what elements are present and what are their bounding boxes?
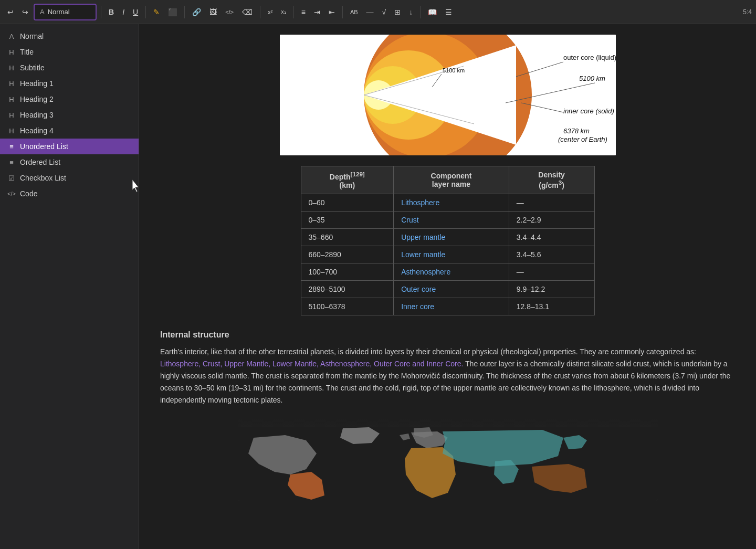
style-dropdown[interactable]: A Normal — [34, 4, 97, 20]
table-cell-depth: 100–700 — [301, 263, 394, 280]
toolbar-separator-6 — [342, 6, 343, 18]
redo-button[interactable]: ↪ — [19, 6, 32, 18]
style-label-heading3: Heading 3 — [20, 111, 54, 119]
table-cell-density: 3.4–4.4 — [509, 228, 594, 246]
style-label-heading1: Heading 1 — [20, 79, 54, 88]
style-label-normal: Normal — [20, 32, 44, 40]
style-item-normal[interactable]: A Normal — [0, 28, 139, 44]
table-cell-density: 12.8–13.1 — [509, 298, 594, 315]
dash-button[interactable]: — — [363, 6, 377, 18]
checkbox-list-icon: ☑ — [7, 174, 16, 182]
table-cell-layer: Outer core — [394, 280, 509, 298]
table-cell-layer: Inner core — [394, 298, 509, 315]
table-cell-layer: Asthenosphere — [394, 263, 509, 280]
style-item-heading3[interactable]: H Heading 3 — [0, 107, 139, 123]
link-button[interactable]: 🔗 — [189, 6, 204, 18]
style-label-code: Code — [20, 189, 37, 198]
style-item-unordered-list[interactable]: ≡ Unordered List — [0, 139, 139, 154]
table-cell-depth: 35–660 — [301, 228, 394, 246]
ordered-list-icon: ≡ — [7, 159, 16, 166]
svg-text:inner core (solid): inner core (solid) — [563, 107, 614, 115]
style-label-title: Title — [20, 48, 34, 56]
heading3-icon: H — [7, 111, 16, 119]
section-heading: Internal structure — [160, 330, 735, 340]
world-map — [238, 417, 658, 501]
heading1-icon: H — [7, 80, 16, 88]
table-row: 100–700Asthenosphere— — [301, 263, 594, 280]
table-row: 35–660Upper mantle3.4–4.4 — [301, 228, 594, 246]
style-dropdown-icon: A — [40, 8, 45, 16]
table-cell-density: — — [509, 263, 594, 280]
underline-button[interactable]: U — [130, 6, 141, 18]
table-cell-depth: 660–2890 — [301, 246, 394, 263]
download-button[interactable]: ↓ — [406, 6, 416, 18]
toolbar-separator-3 — [184, 6, 185, 18]
section-link[interactable]: Lithosphere, Crust, Upper Mantle, Lower … — [160, 360, 463, 368]
heading2-icon: H — [7, 96, 16, 103]
table-header-depth: Depth[129](km) — [301, 166, 394, 194]
image-button[interactable]: 🖼 — [206, 6, 220, 18]
italic-button[interactable]: I — [119, 6, 128, 18]
toolbar: ↩ ↪ A Normal B I U ✎ ⬛ 🔗 🖼 </> ⌫ x² x₁ ≡… — [0, 0, 756, 24]
section-para-text1: Earth's interior, like that of the other… — [160, 347, 696, 356]
table-cell-density: 2.2–2.9 — [509, 211, 594, 228]
heading4-icon: H — [7, 127, 16, 135]
style-item-checkbox-list[interactable]: ☑ Checkbox List — [0, 170, 139, 186]
table-cell-layer: Upper mantle — [394, 228, 509, 246]
book-button[interactable]: 📖 — [425, 6, 440, 18]
indent-button[interactable]: ⇥ — [311, 6, 323, 18]
earth-diagram: 5100 km outer core (liquid) inner core (… — [280, 35, 616, 155]
style-label-ordered-list: Ordered List — [20, 158, 60, 166]
svg-text:5100 km: 5100 km — [579, 75, 605, 82]
outdent-button[interactable]: ⇤ — [326, 6, 338, 18]
highlight-button[interactable]: ⬛ — [165, 6, 180, 18]
toolbar-separator-2 — [145, 6, 146, 18]
code-icon: </> — [7, 191, 16, 197]
subscript-button[interactable]: x₁ — [278, 6, 289, 17]
table-row: 0–35Crust2.2–2.9 — [301, 211, 594, 228]
style-item-code[interactable]: </> Code — [0, 186, 139, 202]
style-item-ordered-list[interactable]: ≡ Ordered List — [0, 154, 139, 170]
code-inline-button[interactable]: </> — [222, 7, 237, 17]
svg-text:5100 km: 5100 km — [443, 67, 465, 73]
style-item-heading2[interactable]: H Heading 2 — [0, 91, 139, 107]
undo-button[interactable]: ↩ — [4, 6, 17, 18]
table-row: 660–2890Lower mantle3.4–5.6 — [301, 246, 594, 263]
content-area[interactable]: 5100 km outer core (liquid) inner core (… — [139, 24, 756, 549]
data-table: Depth[129](km) Componentlayer name Densi… — [301, 166, 595, 315]
align-button[interactable]: ≡ — [298, 6, 309, 18]
table-cell-depth: 2890–5100 — [301, 280, 394, 298]
style-panel: A Normal H Title H Subtitle H Heading 1 … — [0, 24, 139, 549]
style-item-subtitle[interactable]: H Subtitle — [0, 60, 139, 76]
style-item-heading1[interactable]: H Heading 1 — [0, 76, 139, 91]
style-item-heading4[interactable]: H Heading 4 — [0, 123, 139, 139]
style-item-title[interactable]: H Title — [0, 44, 139, 60]
style-dropdown-label: Normal — [48, 8, 70, 16]
toolbar-separator-5 — [293, 6, 294, 18]
toolbar-separator-4 — [260, 6, 260, 18]
sqrt-button[interactable]: √ — [379, 6, 390, 18]
table-header-layer: Componentlayer name — [394, 166, 509, 194]
style-label-checkbox-list: Checkbox List — [20, 174, 66, 182]
table-button[interactable]: ⊞ — [391, 6, 404, 18]
normal-icon: A — [7, 33, 16, 40]
table-row: 5100–6378Inner core12.8–13.1 — [301, 298, 594, 315]
pen-color-button[interactable]: ✎ — [150, 6, 163, 18]
table-cell-layer: Lithosphere — [394, 194, 509, 211]
table-cell-density: — — [509, 194, 594, 211]
section-paragraph: Earth's interior, like that of the other… — [160, 346, 735, 406]
eraser-button[interactable]: ⌫ — [239, 6, 256, 18]
unordered-list-icon: ≡ — [7, 143, 16, 151]
svg-text:6378 km: 6378 km — [563, 127, 590, 135]
superscript-button[interactable]: x² — [265, 7, 276, 17]
toolbar-separator-7 — [420, 6, 421, 18]
table-cell-depth: 0–60 — [301, 194, 394, 211]
menu-button[interactable]: ☰ — [442, 6, 455, 18]
style-label-heading2: Heading 2 — [20, 95, 54, 103]
title-icon: H — [7, 48, 16, 56]
zoom-label: 5:4 — [743, 8, 752, 16]
bold-button[interactable]: B — [106, 6, 117, 18]
subtitle-icon: H — [7, 64, 16, 72]
style-label-subtitle: Subtitle — [20, 64, 45, 72]
caps-button[interactable]: AB — [347, 7, 361, 17]
